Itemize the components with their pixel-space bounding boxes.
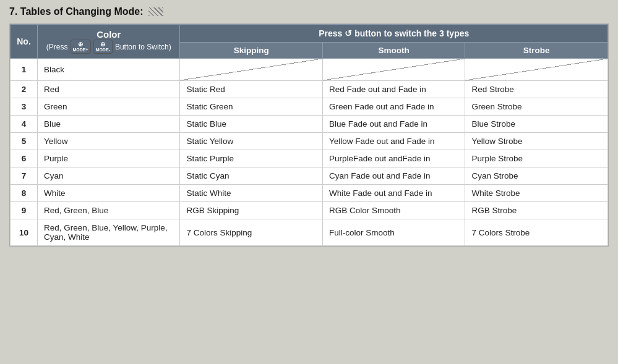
table-container: No. Color (Press ⊕ MODE+ ⊕ MODE- Butto (9, 23, 609, 247)
table-row: 9Red, Green, BlueRGB SkippingRGB Color S… (11, 202, 608, 219)
cell-no: 4 (11, 116, 38, 133)
header-smooth: Smooth (322, 43, 465, 59)
section-title: 7. Tables of Changing Mode: (9, 6, 609, 17)
cell-strobe: White Strobe (465, 185, 608, 202)
cell-smooth: Cyan Fade out and Fade in (322, 167, 465, 185)
color-header-top: Color (43, 29, 174, 40)
cell-strobe: Cyan Strobe (465, 167, 608, 185)
header-row-top: No. Color (Press ⊕ MODE+ ⊕ MODE- Butto (11, 25, 608, 43)
cell-skip: Static Cyan (180, 167, 322, 185)
cell-no: 9 (11, 202, 38, 219)
section-title-text: 7. Tables of Changing Mode: (9, 6, 144, 17)
table-row: 5YellowStatic YellowYellow Fade out and … (11, 133, 608, 150)
cell-smooth: Blue Fade out and Fade in (322, 116, 465, 133)
cell-color: Red, Green, Blue, Yellow, Purple, Cyan, … (38, 219, 180, 246)
color-header-sub: (Press ⊕ MODE+ ⊕ MODE- Button to Switch) (43, 40, 174, 54)
cell-skip: Static Red (180, 81, 322, 98)
cell-strobe-diagonal (465, 59, 608, 81)
cell-skip: Static Yellow (180, 133, 322, 150)
cell-color: Yellow (38, 133, 180, 150)
cell-color: Green (38, 98, 180, 116)
cell-color: Red, Green, Blue (38, 202, 180, 219)
decoration-dots (148, 7, 163, 16)
table-row: 10Red, Green, Blue, Yellow, Purple, Cyan… (11, 219, 608, 246)
cell-no: 5 (11, 133, 38, 150)
cell-strobe: Purple Strobe (465, 150, 608, 167)
cell-color: Blue (38, 116, 180, 133)
cell-skip: RGB Skipping (180, 202, 322, 219)
cell-no: 2 (11, 81, 38, 98)
cell-skip: 7 Colors Skipping (180, 219, 322, 246)
cell-smooth: Green Fade out and Fade in (322, 98, 465, 116)
cell-skip-diagonal (180, 59, 322, 81)
mode-minus-icon: ⊕ MODE- (93, 40, 113, 54)
table-row: 8WhiteStatic WhiteWhite Fade out and Fad… (11, 185, 608, 202)
header-skip: Skipping (180, 43, 322, 59)
table-row: 2RedStatic RedRed Fade out and Fade inRe… (11, 81, 608, 98)
cell-color: White (38, 185, 180, 202)
cell-strobe: RGB Strobe (465, 202, 608, 219)
cell-color: Red (38, 81, 180, 98)
table-row: 3GreenStatic GreenGreen Fade out and Fad… (11, 98, 608, 116)
cell-no: 10 (11, 219, 38, 246)
table-row: 6PurpleStatic PurplePurpleFade out andFa… (11, 150, 608, 167)
cell-skip: Static Green (180, 98, 322, 116)
cell-no: 3 (11, 98, 38, 116)
cell-smooth: White Fade out and Fade in (322, 185, 465, 202)
cell-skip: Static Purple (180, 150, 322, 167)
cell-strobe: Red Strobe (465, 81, 608, 98)
cell-smooth: RGB Color Smooth (322, 202, 465, 219)
cell-smooth-diagonal (322, 59, 465, 81)
header-no: No. (11, 25, 38, 59)
cell-color: Cyan (38, 167, 180, 185)
cell-smooth: PurpleFade out andFade in (322, 150, 465, 167)
table-row: 7CyanStatic CyanCyan Fade out and Fade i… (11, 167, 608, 185)
cell-no: 7 (11, 167, 38, 185)
cell-smooth: Yellow Fade out and Fade in (322, 133, 465, 150)
cell-skip: Static Blue (180, 116, 322, 133)
table-body: 1Black2RedStatic RedRed Fade out and Fad… (11, 59, 608, 246)
cell-strobe: 7 Colors Strobe (465, 219, 608, 246)
cell-smooth: Full-color Smooth (322, 219, 465, 246)
cell-color: Black (38, 59, 180, 81)
cell-no: 6 (11, 150, 38, 167)
header-press-title: Press ↺ button to switch the 3 types (180, 25, 608, 43)
cell-color: Purple (38, 150, 180, 167)
header-strobe: Strobe (465, 43, 608, 59)
cell-strobe: Yellow Strobe (465, 133, 608, 150)
cell-smooth: Red Fade out and Fade in (322, 81, 465, 98)
cell-strobe: Blue Strobe (465, 116, 608, 133)
header-color: Color (Press ⊕ MODE+ ⊕ MODE- Button to S… (38, 25, 180, 59)
table-row: 4BlueStatic BlueBlue Fade out and Fade i… (11, 116, 608, 133)
table-row: 1Black (11, 59, 608, 81)
cell-skip: Static White (180, 185, 322, 202)
cell-no: 1 (11, 59, 38, 81)
cell-strobe: Green Strobe (465, 98, 608, 116)
modes-table: No. Color (Press ⊕ MODE+ ⊕ MODE- Butto (10, 24, 608, 246)
mode-plus-icon: ⊕ MODE+ (71, 40, 91, 54)
cell-no: 8 (11, 185, 38, 202)
